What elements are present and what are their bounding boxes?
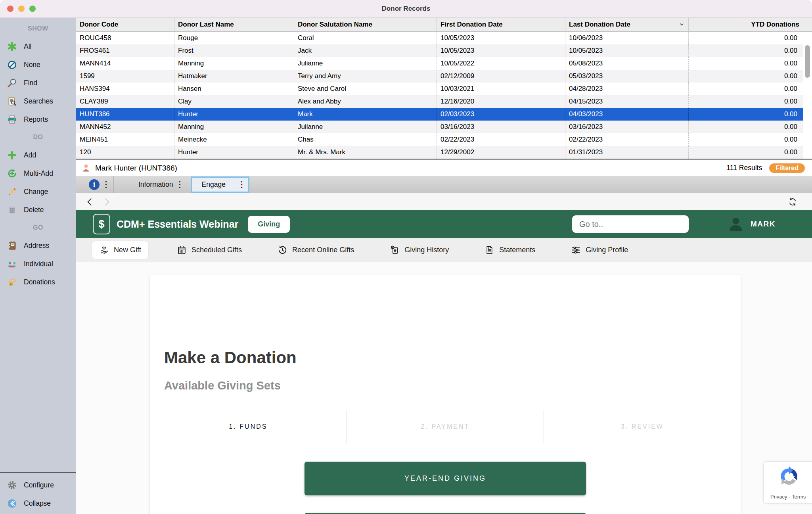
recaptcha-badge[interactable]: Privacy - Terms bbox=[764, 462, 812, 503]
donation-card: Make a Donation Available Giving Sets 1.… bbox=[150, 275, 741, 514]
sidebar-item-label: Find bbox=[24, 79, 37, 87]
table-cell-last_name: Hatmaker bbox=[174, 70, 294, 82]
recaptcha-logo-icon bbox=[778, 465, 801, 489]
sidebar-item-label: Donations bbox=[24, 278, 55, 286]
sidebar-item-address[interactable]: Address bbox=[0, 236, 76, 255]
sidebar-item-configure[interactable]: Configure bbox=[0, 476, 76, 494]
sidebar-section-label: SHOW bbox=[0, 20, 76, 37]
table-row[interactable]: MANN414ManningJulianne10/05/202205/08/20… bbox=[76, 57, 812, 70]
goto-search-input[interactable] bbox=[572, 215, 689, 233]
table-cell-first_date: 03/16/2023 bbox=[437, 121, 565, 133]
vertical-scrollbar[interactable] bbox=[803, 32, 812, 159]
table-row[interactable]: ROUG458RougeCoral10/05/202310/06/20230.0… bbox=[76, 32, 812, 44]
column-header-last_date[interactable]: Last Donation Date bbox=[565, 17, 689, 31]
sidebar-item-reports[interactable]: Reports bbox=[0, 110, 76, 128]
table-cell-last_name: Hunter bbox=[174, 146, 294, 159]
column-header-first_date[interactable]: First Donation Date bbox=[437, 17, 565, 31]
table-cell-first_date: 02/12/2009 bbox=[437, 70, 565, 82]
table-cell-first_date: 10/05/2023 bbox=[437, 44, 565, 57]
zoom-button[interactable] bbox=[29, 6, 36, 12]
table-cell-ytd: 0.00 bbox=[689, 95, 803, 108]
table-header: Donor CodeDonor Last NameDonor Salutatio… bbox=[76, 17, 812, 32]
table-cell-code: HUNT386 bbox=[76, 108, 174, 121]
giving-nav-button[interactable]: Giving bbox=[248, 216, 290, 233]
sidebar-item-add[interactable]: Add bbox=[0, 146, 76, 164]
info-menu-dots-icon[interactable] bbox=[105, 181, 107, 188]
sidebar-item-donations[interactable]: $Donations bbox=[0, 273, 76, 291]
table-cell-ytd: 0.00 bbox=[689, 44, 803, 57]
tab-scheduled-gifts[interactable]: Scheduled Gifts bbox=[170, 241, 249, 259]
vertical-scrollbar-thumb[interactable] bbox=[805, 45, 810, 78]
tab-giving-profile[interactable]: Giving Profile bbox=[564, 241, 635, 259]
table-cell-code: CLAY389 bbox=[76, 95, 174, 108]
table-cell-ytd: 0.00 bbox=[689, 133, 803, 146]
sidebar-item-change[interactable]: Change bbox=[0, 182, 76, 201]
user-name[interactable]: MARK bbox=[751, 220, 776, 228]
table-cell-first_date: 10/05/2022 bbox=[437, 57, 565, 70]
svg-text:$: $ bbox=[10, 282, 12, 286]
filtered-badge[interactable]: Filtered bbox=[769, 163, 805, 173]
table-row[interactable]: HANS394HansenSteve and Carol10/03/202104… bbox=[76, 82, 812, 95]
table-cell-salutation: Julianne bbox=[294, 57, 437, 70]
table-cell-last_name: Rouge bbox=[174, 32, 294, 44]
donation-title: Make a Donation bbox=[164, 348, 741, 367]
sidebar-item-label: Change bbox=[24, 188, 48, 196]
information-menu-dots-icon[interactable] bbox=[179, 181, 181, 188]
table-cell-code: FROS461 bbox=[76, 44, 174, 57]
column-header-salutation[interactable]: Donor Salutation Name bbox=[294, 17, 437, 31]
sidebar-item-searches[interactable]: Searches bbox=[0, 92, 76, 110]
giving-set-button-year-end-giving[interactable]: YEAR-END GIVING bbox=[304, 462, 586, 495]
refresh-icon[interactable] bbox=[787, 197, 798, 207]
tab-information[interactable]: Information bbox=[138, 180, 173, 189]
table-row[interactable]: CLAY389ClayAlex and Abby12/16/202004/15/… bbox=[76, 95, 812, 108]
giving-sets: YEAR-END GIVINGGIVING FUNDS bbox=[150, 462, 741, 514]
tab-statements[interactable]: $Statements bbox=[477, 241, 542, 259]
table-cell-code: ROUG458 bbox=[76, 32, 174, 44]
column-header-code[interactable]: Donor Code bbox=[76, 17, 174, 31]
calendar-icon bbox=[177, 245, 187, 255]
sidebar-item-label: Delete bbox=[24, 206, 44, 214]
sidebar-item-label: None bbox=[24, 61, 40, 69]
table-row[interactable]: 1599HatmakerTerry and Amy02/12/200905/03… bbox=[76, 70, 812, 82]
tab-new-gift[interactable]: New Gift bbox=[92, 241, 148, 259]
plus-icon bbox=[7, 150, 17, 160]
back-icon[interactable] bbox=[85, 197, 95, 207]
table-cell-code: HANS394 bbox=[76, 82, 174, 95]
table-cell-last_name: Manning bbox=[174, 121, 294, 133]
sidebar-section-label: GO bbox=[0, 219, 76, 236]
recaptcha-privacy-terms[interactable]: Privacy - Terms bbox=[770, 494, 806, 500]
tab-recent-online-gifts[interactable]: Recent Online Gifts bbox=[270, 241, 361, 259]
table-row[interactable]: MANN452ManningJuilanne03/16/202303/16/20… bbox=[76, 121, 812, 133]
table-cell-last_date: 10/06/2023 bbox=[565, 32, 689, 44]
column-header-last_name[interactable]: Donor Last Name bbox=[174, 17, 294, 31]
table-row[interactable]: 120HunterMr. & Mrs. Mark12/29/200201/31/… bbox=[76, 146, 812, 159]
minimize-button[interactable] bbox=[18, 6, 25, 12]
table-row[interactable]: MEIN451MeineckeChas02/22/202302/22/20230… bbox=[76, 133, 812, 146]
sidebar-item-label: Individual bbox=[24, 260, 53, 268]
sidebar-nav: SHOWAllNoneFindSearchesReportsDOAddMulti… bbox=[0, 20, 76, 291]
column-header-ytd[interactable]: YTD Donations bbox=[689, 17, 803, 31]
sidebar-item-collapse[interactable]: Collapse bbox=[0, 494, 76, 512]
sidebar-item-none[interactable]: None bbox=[0, 56, 76, 74]
table-cell-last_date: 05/08/2023 bbox=[565, 57, 689, 70]
sidebar-item-multi-add[interactable]: Multi-Add bbox=[0, 164, 76, 182]
sidebar-item-delete[interactable]: Delete bbox=[0, 201, 76, 219]
table-row[interactable]: FROS461FrostJack10/05/202310/05/20230.00 bbox=[76, 44, 812, 57]
tab-giving-history[interactable]: Giving History bbox=[383, 241, 456, 259]
sidebar-item-find[interactable]: Find bbox=[0, 74, 76, 92]
sidebar-item-label: Searches bbox=[24, 97, 53, 105]
sidebar-item-all[interactable]: All bbox=[0, 37, 76, 56]
table-cell-last_date: 02/22/2023 bbox=[565, 133, 689, 146]
user-avatar-icon[interactable] bbox=[727, 215, 745, 233]
sidebar-item-label: Collapse bbox=[24, 499, 51, 508]
tab-engage[interactable]: Engage bbox=[191, 176, 249, 193]
selected-record-label: Mark Hunter (HUNT386) bbox=[95, 164, 177, 173]
engage-menu-dots-icon[interactable] bbox=[241, 181, 243, 188]
sidebar-item-individual[interactable]: Individual bbox=[0, 255, 76, 273]
table-row[interactable]: HUNT386HunterMark02/03/202304/03/20230.0… bbox=[76, 108, 812, 121]
close-button[interactable] bbox=[7, 6, 13, 12]
window-titlebar: Donor Records bbox=[0, 0, 812, 18]
info-icon[interactable]: i bbox=[89, 179, 100, 190]
pencil-icon bbox=[7, 187, 17, 197]
forward-icon[interactable] bbox=[102, 197, 112, 207]
